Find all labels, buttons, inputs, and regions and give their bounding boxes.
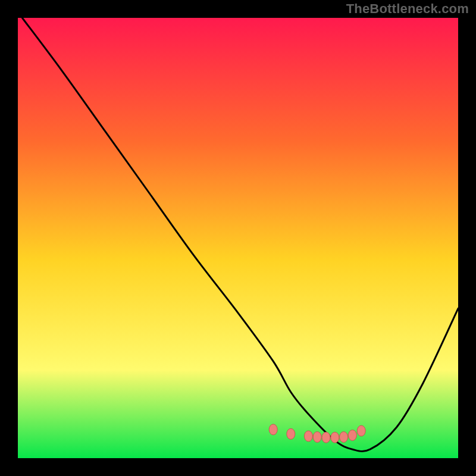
marker-dot (340, 431, 348, 442)
marker-dot (269, 424, 277, 435)
marker-dot (313, 431, 321, 442)
marker-dot (304, 431, 312, 441)
plot-area (18, 18, 458, 458)
marker-dot (331, 432, 339, 443)
marker-dot (348, 430, 356, 441)
chart-container: TheBottleneck.com (0, 0, 476, 476)
watermark-text: TheBottleneck.com (346, 1, 469, 17)
marker-dot (357, 425, 365, 436)
gradient-background (18, 18, 458, 458)
marker-dot (287, 428, 295, 439)
marker-dot (322, 432, 330, 443)
chart-svg (18, 18, 458, 458)
